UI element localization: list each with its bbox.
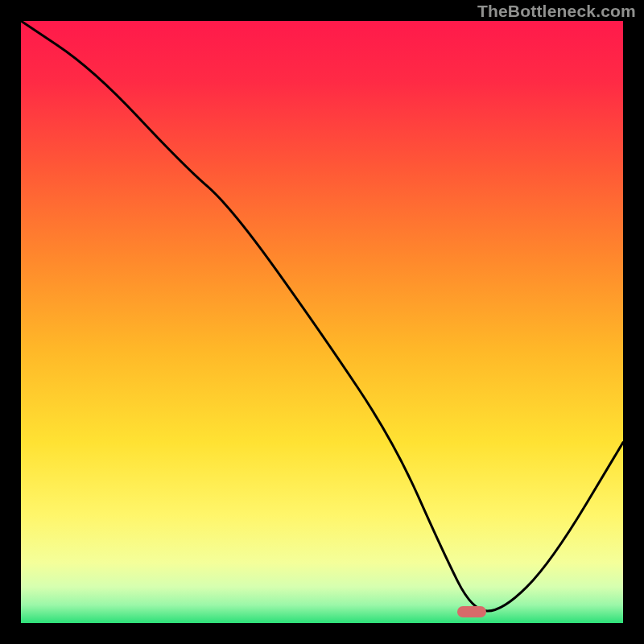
plot-area [21, 21, 623, 623]
chart-frame: TheBottleneck.com [0, 0, 644, 644]
bottleneck-curve-line [21, 21, 623, 623]
watermark-label: TheBottleneck.com [477, 2, 636, 21]
optimal-marker-pill [457, 606, 486, 617]
